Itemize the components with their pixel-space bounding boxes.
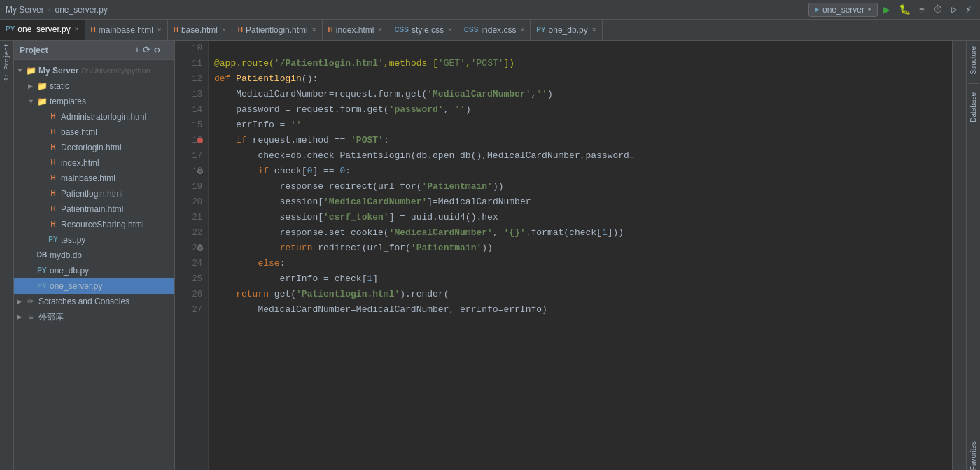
project-panel: Project + ⟳ ⚙ − ▼ 📁 My Server D:\Univers… (14, 41, 175, 470)
folder-icon: 📁 (36, 96, 48, 107)
tab-close-icon[interactable]: × (312, 26, 316, 34)
list-item[interactable]: PY test.py (14, 232, 174, 248)
panel-actions: + ⟳ ⚙ − (134, 45, 169, 55)
code-lines[interactable]: @app.route('/Patientlogin.html',methods=… (209, 41, 952, 470)
code-line-25: errInfo = check[1] (209, 271, 952, 287)
tree-item-templates[interactable]: ▼ 📁 templates (14, 94, 174, 109)
tab-label: index.html (336, 25, 374, 35)
tab-base[interactable]: H base.html × (168, 20, 232, 40)
tab-close-icon[interactable]: × (520, 26, 524, 34)
tab-label: style.css (412, 25, 444, 35)
database-tab[interactable]: Database (969, 92, 977, 122)
side-labels: Structure Database Favorites (966, 41, 980, 470)
tree-label: Doctorlogin.html (61, 143, 122, 152)
code-line-16: if request.method == 'POST': (209, 133, 952, 148)
code-line-23: return redirect(url_for('Patientmain')) (209, 241, 952, 256)
css-icon: CSS (464, 26, 479, 34)
tab-close-icon[interactable]: × (448, 26, 452, 34)
tab-close-icon[interactable]: × (379, 26, 383, 34)
folder-icon: 📁 (36, 80, 48, 92)
list-item[interactable]: H Patientmain.html (14, 201, 174, 217)
right-panel (952, 41, 966, 470)
tab-patientlogin[interactable]: H Patientlogin.html × (232, 20, 323, 40)
profile-button[interactable]: ⏱ (930, 3, 946, 17)
html-file-icon: H (48, 157, 59, 169)
tab-mainbase[interactable]: H mainbase.html × (85, 20, 168, 40)
html-file-icon: H (48, 127, 59, 138)
panel-title: Project (20, 45, 48, 55)
py-icon: PY (536, 26, 545, 34)
list-item[interactable]: H Doctorlogin.html (14, 140, 174, 155)
structure-tab[interactable]: Structure (969, 46, 977, 75)
code-line-20: session['MedicalCardNumber']=MedicalCard… (209, 194, 952, 210)
minimize-icon[interactable]: − (163, 45, 169, 55)
list-item[interactable]: H Administratorlogin.html (14, 109, 174, 124)
add-icon[interactable]: + (134, 45, 140, 55)
favorites-tab[interactable]: Favorites (969, 441, 977, 470)
lib-icon: ≡ (25, 311, 36, 322)
html-file-icon: H (48, 142, 59, 153)
list-item[interactable]: PY one_db.py (14, 263, 174, 278)
tab-close-icon[interactable]: × (158, 26, 162, 34)
code-line-14: password = request.form.get('password', … (209, 102, 952, 118)
list-item[interactable]: H mainbase.html (14, 171, 174, 186)
tree-item-static[interactable]: ▶ 📁 static (14, 78, 174, 94)
tab-label: one_db.py (549, 25, 588, 35)
tab-label: mainbase.html (99, 25, 153, 35)
code-line-21: session['csrf_token'] = uuid.uuid4().hex (209, 210, 952, 225)
list-item[interactable]: H index.html (14, 155, 174, 171)
list-item[interactable]: H Patientlogin.html (14, 186, 174, 201)
tab-close-icon[interactable]: × (75, 25, 79, 33)
code-line-17: check=db.check_Patientslogin(db.open_db(… (209, 148, 952, 164)
code-content[interactable]: 10 11 12 13 14 15 16 17 18 19 20 21 22 2… (175, 41, 952, 470)
run-button[interactable]: ▶ (881, 1, 893, 18)
tab-index-css[interactable]: CSS index.css × (458, 20, 531, 40)
activity-bar: 1: Project (0, 41, 14, 470)
coverage-button[interactable]: ☂ (916, 2, 927, 17)
html-file-icon: H (48, 219, 59, 230)
run-config-icon: ▶ (815, 5, 820, 14)
tree-item-external-lib[interactable]: ▶ ≡ 外部库 (14, 309, 174, 325)
file-tree[interactable]: ▼ 📁 My Server D:\University\python ▶ 📁 s… (14, 60, 174, 470)
code-line-19: response=redirect(url_for('Patientmain')… (209, 179, 952, 194)
html-file-icon: H (48, 111, 59, 122)
tab-one-server[interactable]: PY one_server.py × (0, 20, 85, 40)
tree-label: Patientlogin.html (61, 189, 123, 199)
code-line-27: MedicalCardNumber=MedicalCardNumber, err… (209, 302, 952, 318)
tree-label: one_server.py (50, 281, 102, 291)
tab-style-css[interactable]: CSS style.css × (388, 20, 458, 40)
html-file-icon: H (48, 173, 59, 184)
tree-label: one_db.py (50, 266, 89, 276)
project-tab[interactable]: 1: Project (1, 43, 13, 81)
settings-icon[interactable]: ⚙ (154, 45, 160, 55)
tree-item-scratches[interactable]: ▶ ✏ Scratches and Consoles (14, 294, 174, 309)
tab-index-html[interactable]: H index.html × (323, 20, 389, 40)
more-button[interactable]: ▷ (948, 2, 960, 17)
tree-label-templates: templates (50, 97, 86, 106)
code-line-10 (209, 41, 952, 56)
code-line-22: response.set_cookie('MedicalCardNumber',… (209, 225, 952, 241)
breakpoint-placeholder (197, 169, 203, 174)
search-everywhere-button[interactable]: ⚡ (963, 2, 974, 17)
py-file-icon: PY (36, 265, 48, 276)
tab-close-icon[interactable]: × (222, 26, 226, 34)
tree-label-static: static (50, 81, 69, 91)
code-editor[interactable]: 10 11 12 13 14 15 16 17 18 19 20 21 22 2… (175, 41, 952, 470)
run-config-label: one_server (822, 5, 864, 15)
list-item[interactable]: DB mydb.db (14, 248, 174, 263)
tab-one-db[interactable]: PY one_db.py × (531, 20, 602, 40)
tree-item-one-server[interactable]: PY one_server.py (14, 278, 174, 294)
scratches-icon: ✏ (25, 296, 36, 307)
run-config-dropdown-icon[interactable]: ▾ (867, 6, 872, 14)
sync-icon[interactable]: ⟳ (143, 45, 151, 55)
code-line-13: MedicalCardNumber=request.form.get('Medi… (209, 87, 952, 102)
list-item[interactable]: H ResourceSharing.html (14, 217, 174, 232)
tree-label: ResourceSharing.html (61, 220, 144, 229)
tab-close-icon[interactable]: × (592, 26, 596, 34)
list-item[interactable]: H base.html (14, 124, 174, 140)
tree-root[interactable]: ▼ 📁 My Server D:\University\python (14, 63, 174, 78)
main-layout: 1: Project Project + ⟳ ⚙ − ▼ 📁 My Server… (0, 41, 980, 470)
file-label: one_server.py (55, 5, 108, 15)
tree-label: index.html (61, 158, 99, 168)
debug-button[interactable]: 🐛 (896, 2, 913, 17)
